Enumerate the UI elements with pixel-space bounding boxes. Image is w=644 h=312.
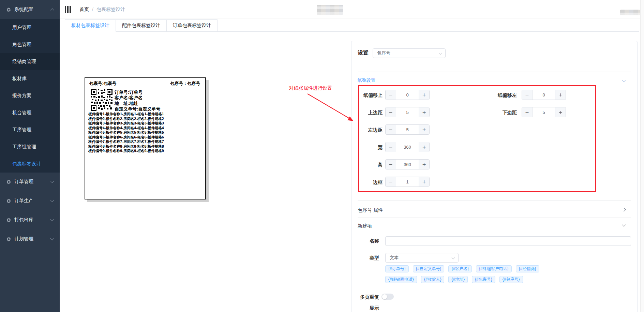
redacted-user-info [317, 5, 343, 15]
stepper-value[interactable]: 5 [533, 107, 555, 117]
decrement-button[interactable]: − [386, 160, 396, 169]
preview-customer-name[interactable]: 客户名:客户名 [115, 95, 160, 101]
increment-button[interactable]: + [555, 90, 566, 100]
preview-order-number[interactable]: 订单号:订单号 [115, 90, 160, 95]
field-label-name: 名称 [357, 238, 379, 244]
section-paper-settings[interactable]: 纸张设置 [358, 77, 375, 84]
decrement-button[interactable]: − [386, 90, 396, 100]
qr-code[interactable] [91, 89, 113, 111]
margin-top-stepper: − 5 + [385, 107, 430, 117]
gear-icon [6, 198, 11, 204]
decrement-button[interactable]: − [522, 90, 533, 100]
decrement-button[interactable]: − [386, 142, 396, 152]
tag-package-number[interactable]: {#包裹号} [472, 276, 495, 283]
sidebar-item-machine-management[interactable]: 机台管理 [0, 104, 60, 121]
type-select[interactable]: 文本 [385, 253, 459, 263]
preview-package-number[interactable]: 包裹号:包裹号 [89, 81, 116, 87]
part-line: 板件编号7-板件名称7-房间名7-柜名7-板件规格7 [88, 139, 164, 144]
sidebar-item-user-management[interactable]: 用户管理 [0, 19, 60, 36]
preview-address[interactable]: 地 址:地址 [115, 101, 160, 106]
border-stepper: − 1 + [385, 177, 430, 187]
field-label-multipage-repeat: 多页重复 [357, 294, 379, 300]
field-label-height: 高 [360, 162, 383, 168]
part-line: 板件编号1-板件名称1-房间名1-柜名1-板件规格1 [88, 112, 164, 117]
sidebar-item-process-group-management[interactable]: 工序组管理 [0, 138, 60, 155]
sidebar-item-package-label-design[interactable]: 包裹标签设计 [0, 155, 60, 173]
sidebar-group-order-management[interactable]: 订单管理 [0, 172, 60, 191]
sidebar-group-system-config[interactable]: 系统配置 [0, 0, 60, 19]
tag-custom-order-number[interactable]: {#自定义单号} [413, 265, 445, 272]
stepper-value[interactable]: 360 [396, 142, 419, 152]
annotation-arrow [303, 90, 358, 124]
stepper-value[interactable]: 0 [396, 90, 419, 100]
increment-button[interactable]: + [555, 107, 566, 117]
scrollbar[interactable] [640, 0, 644, 312]
sidebar-group-order-production[interactable]: 订单生产 [0, 191, 60, 210]
stepper-value[interactable]: 5 [396, 125, 419, 134]
height-stepper: − 360 + [385, 159, 430, 169]
tab-order-package-label-design[interactable]: 订单包裹标签设计 [167, 19, 218, 32]
sidebar-group-packing-outbound[interactable]: 打包出库 [0, 210, 60, 229]
decrement-button[interactable]: − [386, 125, 396, 134]
redacted-user-menu[interactable] [620, 10, 640, 15]
gear-icon [6, 179, 11, 184]
sidebar-item-dealer-management[interactable]: 经销商管理 [0, 53, 60, 70]
decrement-button[interactable]: − [522, 107, 533, 117]
decrement-button[interactable]: − [386, 177, 396, 187]
label-preview-canvas[interactable]: 包裹号:包裹号 包序号：包序号 订单号:订单号 客户名:客户名 地 址:地址 自… [85, 77, 206, 199]
sidebar-group-plan-management[interactable]: 计划管理 [0, 229, 60, 249]
increment-button[interactable]: + [419, 160, 429, 169]
chevron-down-icon [50, 198, 54, 202]
tab-bar: 板材包裹标签设计 配件包裹标签设计 订单包裹标签设计 [65, 19, 218, 32]
field-label-margin-top: 上边距 [360, 110, 383, 116]
sidebar-item-quote-plan[interactable]: 报价方案 [0, 87, 60, 104]
tag-terminal-customer-phone[interactable]: {#终端客户电话} [476, 265, 512, 272]
tab-accessory-package-label-design[interactable]: 配件包裹标签设计 [116, 19, 167, 32]
tag-address[interactable]: {#地址} [448, 276, 468, 283]
breadcrumb: 首页 / 包裹标签设计 [79, 6, 125, 13]
breadcrumb-home[interactable]: 首页 [79, 6, 89, 13]
preview-custom-order-number[interactable]: 自定义单号:自定义单号 [115, 106, 160, 112]
sidebar: 系统配置 用户管理 角色管理 经销商管理 板材库 报价方案 机台管理 工序管理 … [0, 0, 60, 312]
sidebar-item-process-management[interactable]: 工序管理 [0, 121, 60, 138]
tag-customer-name[interactable]: {#客户名} [448, 265, 472, 272]
tab-board-package-label-design[interactable]: 板材包裹标签设计 [65, 19, 116, 32]
stepper-value[interactable]: 0 [533, 90, 555, 100]
preview-sequence-number[interactable]: 包序号：包序号 [170, 81, 200, 87]
settings-label: 设置 [358, 49, 369, 57]
name-input[interactable] [385, 236, 631, 246]
sidebar-item-role-management[interactable]: 角色管理 [0, 36, 60, 53]
sidebar-item-board-library[interactable]: 板材库 [0, 70, 60, 87]
decrement-button[interactable]: − [386, 107, 396, 117]
field-label-border: 边框 [360, 179, 383, 185]
tag-dealer[interactable]: {#经销商} [516, 265, 539, 272]
stepper-value[interactable]: 5 [396, 107, 419, 117]
chevron-down-icon [50, 179, 54, 183]
annotation-highlight-box [358, 85, 596, 192]
section-sequence-attributes[interactable]: 包序号 属性 [358, 207, 383, 213]
tag-dealer-phone[interactable]: {#经销商电话} [385, 276, 417, 283]
increment-button[interactable]: + [419, 177, 429, 187]
divider [358, 200, 631, 200]
multipage-repeat-toggle[interactable] [381, 294, 394, 300]
chevron-down-icon [50, 217, 54, 221]
increment-button[interactable]: + [419, 125, 429, 134]
field-label-margin-bottom: 下边距 [494, 110, 517, 116]
tag-consignee[interactable]: {#收货人} [421, 276, 445, 283]
increment-button[interactable]: + [419, 142, 429, 152]
sidebar-group-label: 打包出库 [14, 217, 33, 223]
settings-target-select[interactable]: 包序号 [373, 48, 446, 58]
preview-info-block[interactable]: 订单号:订单号 客户名:客户名 地 址:地址 自定义单号:自定义单号 [115, 90, 160, 112]
section-new-item[interactable]: 新建项 [358, 223, 372, 229]
toggle-knob [382, 294, 387, 299]
increment-button[interactable]: + [419, 107, 429, 117]
tag-sequence-number[interactable]: {#包序号} [499, 276, 523, 283]
increment-button[interactable]: + [419, 90, 429, 100]
preview-parts-list[interactable]: 板件编号1-板件名称1-房间名1-柜名1-板件规格1 板件编号2-板件名称2-房… [88, 112, 164, 153]
tag-order-number[interactable]: {#订单号} [385, 265, 409, 272]
stepper-value[interactable]: 1 [396, 177, 419, 187]
breadcrumb-current: 包裹标签设计 [96, 6, 125, 13]
sidebar-toggle-icon[interactable] [65, 6, 72, 13]
app-window: 系统配置 用户管理 角色管理 经销商管理 板材库 报价方案 机台管理 工序管理 … [0, 0, 644, 312]
stepper-value[interactable]: 360 [396, 160, 419, 169]
